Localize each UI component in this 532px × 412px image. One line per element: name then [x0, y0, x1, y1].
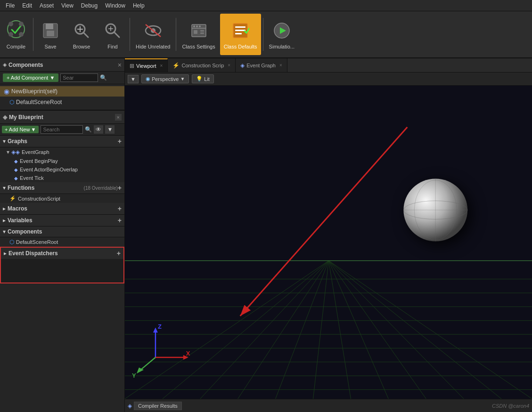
variables-section-header[interactable]: ▸ Variables +: [0, 215, 124, 226]
macros-add-button[interactable]: +: [118, 205, 122, 212]
graph-node-icon: ◈◈: [11, 149, 20, 155]
default-scene-root-bp-item[interactable]: ⬡ DefaultSceneRoot: [0, 237, 124, 247]
blueprint-close[interactable]: ×: [115, 114, 122, 121]
svg-point-2: [19, 22, 24, 26]
construction-tab-close[interactable]: ×: [228, 63, 230, 68]
add-new-button[interactable]: + Add New ▼: [2, 126, 39, 133]
options-button[interactable]: ▼: [105, 125, 115, 134]
actor-begin-overlap-item[interactable]: ◆ Event ActorBeginOverlap: [0, 165, 124, 174]
perspective-button[interactable]: ◉ Perspective ▼: [141, 74, 189, 83]
blueprint-title-icon: ◈: [3, 114, 7, 121]
components-toolbar: + Add Component ▼ 🔍: [0, 72, 124, 84]
svg-rect-24: [194, 30, 197, 34]
svg-rect-33: [125, 86, 532, 399]
separator-1: [33, 18, 33, 51]
functions-section-header[interactable]: ▾ Functions (18 Overridable) +: [0, 182, 124, 194]
menu-help[interactable]: Help: [129, 1, 148, 10]
menu-debug[interactable]: Debug: [77, 1, 101, 10]
svg-line-43: [125, 261, 328, 399]
svg-line-51: [328, 261, 426, 399]
components-bp-title: Components: [8, 228, 122, 235]
hide-unrelated-icon: [142, 19, 164, 42]
save-icon: [39, 19, 62, 42]
begin-play-item[interactable]: ◆ Event BeginPlay: [0, 157, 124, 165]
viewport-expand-button[interactable]: ▼: [128, 75, 139, 83]
find-button[interactable]: Find: [98, 14, 128, 55]
event-graph-icon: ▾: [7, 149, 9, 155]
simulation-button[interactable]: Simulatio...: [265, 14, 298, 55]
macros-section-header[interactable]: ▸ Macros +: [0, 203, 124, 215]
viewport-canvas[interactable]: Z X Y: [125, 86, 532, 399]
component-sub-tree: ⬡ DefaultSceneRoot: [0, 97, 124, 108]
menu-file[interactable]: File: [2, 1, 18, 10]
viewport-toolbar: ▼ ◉ Perspective ▼ 💡 Lit: [125, 73, 532, 86]
svg-text:Z: Z: [158, 323, 162, 330]
search-icon-components: 🔍: [100, 74, 107, 81]
svg-point-60: [414, 180, 457, 240]
graphs-section-header[interactable]: ▾ Graphs +: [0, 136, 124, 147]
menu-window[interactable]: Window: [101, 1, 129, 10]
components-close[interactable]: ×: [118, 61, 122, 69]
menu-asset[interactable]: Asset: [36, 1, 57, 10]
visibility-button[interactable]: 👁: [94, 125, 103, 134]
svg-point-3: [8, 32, 13, 37]
tab-construction-script[interactable]: ⚡ Construction Scrip ×: [168, 58, 236, 72]
save-button[interactable]: Save: [35, 14, 65, 55]
svg-point-1: [8, 22, 13, 26]
event-tick-item[interactable]: ◆ Event Tick: [0, 174, 124, 182]
event-dispatchers-add-button[interactable]: +: [117, 250, 121, 257]
functions-add-button[interactable]: +: [118, 184, 122, 192]
search-icon-blueprint: 🔍: [85, 126, 92, 133]
hide-unrelated-button[interactable]: Hide Unrelated: [132, 14, 174, 55]
svg-line-48: [313, 261, 329, 399]
svg-text:Y: Y: [132, 372, 136, 379]
compile-button[interactable]: Compile: [1, 14, 31, 55]
viewport-svg: Z X Y: [125, 86, 532, 399]
components-search-input[interactable]: [60, 73, 98, 82]
separator-2: [130, 18, 130, 51]
construction-tab-label: Construction Scrip: [181, 63, 224, 68]
component-tree: ◉ NewBlueprint(self) ⬡ DefaultSceneRoot: [0, 84, 124, 110]
menu-view[interactable]: View: [57, 1, 77, 10]
variables-add-button[interactable]: +: [118, 217, 122, 224]
graphs-items: ▾ ◈◈ EventGraph ◆ Event BeginPlay ◆ Even…: [0, 147, 124, 182]
svg-point-23: [199, 25, 201, 27]
menu-edit[interactable]: Edit: [18, 1, 36, 10]
tab-event-graph[interactable]: ◈ Event Graph ×: [236, 58, 287, 72]
construction-tab-icon: ⚡: [172, 62, 180, 69]
lit-button[interactable]: 💡 Lit: [192, 74, 214, 83]
svg-line-69: [139, 357, 156, 371]
svg-point-21: [193, 25, 195, 27]
event-graph-tab-close[interactable]: ×: [279, 63, 282, 68]
svg-rect-30: [235, 33, 242, 34]
svg-line-47: [276, 261, 329, 399]
default-scene-root-item[interactable]: ⬡ DefaultSceneRoot: [8, 98, 117, 106]
compiler-results-button[interactable]: Compiler Results: [134, 402, 182, 410]
viewport-tab-close[interactable]: ×: [160, 63, 163, 68]
svg-line-9: [83, 32, 88, 37]
graphs-title: Graphs: [8, 138, 118, 145]
svg-rect-7: [47, 31, 54, 36]
event-dispatchers-header[interactable]: ▸ Event Dispatchers +: [1, 248, 123, 259]
blueprint-search-input[interactable]: [41, 125, 83, 134]
class-defaults-button[interactable]: Class Defaults: [220, 14, 261, 55]
add-new-label: + Add New: [5, 127, 30, 132]
graphs-add-button[interactable]: +: [118, 137, 122, 145]
default-scene-root-bp-label: DefaultSceneRoot: [16, 239, 58, 245]
browse-button[interactable]: Browse: [66, 14, 97, 55]
viewport-tab-icon: ⊞: [130, 63, 134, 69]
event-tick-icon: ◆: [14, 176, 18, 181]
svg-rect-28: [235, 26, 246, 28]
find-icon: [101, 19, 124, 42]
add-component-button[interactable]: + Add Component ▼: [3, 73, 58, 82]
tab-viewport[interactable]: ⊞ Viewport ×: [125, 58, 168, 72]
lit-icon: 💡: [196, 76, 203, 82]
class-settings-icon: [188, 19, 210, 42]
event-graph-item[interactable]: ▾ ◈◈ EventGraph: [0, 147, 124, 157]
construction-script-item[interactable]: ⚡ ConstructionScript: [0, 194, 124, 203]
svg-rect-6: [46, 24, 53, 29]
components-bp-section-header[interactable]: ▾ Components: [0, 226, 124, 237]
class-settings-button[interactable]: Class Settings: [178, 14, 219, 55]
self-node[interactable]: ◉ NewBlueprint(self): [0, 86, 124, 97]
svg-marker-70: [137, 368, 144, 374]
